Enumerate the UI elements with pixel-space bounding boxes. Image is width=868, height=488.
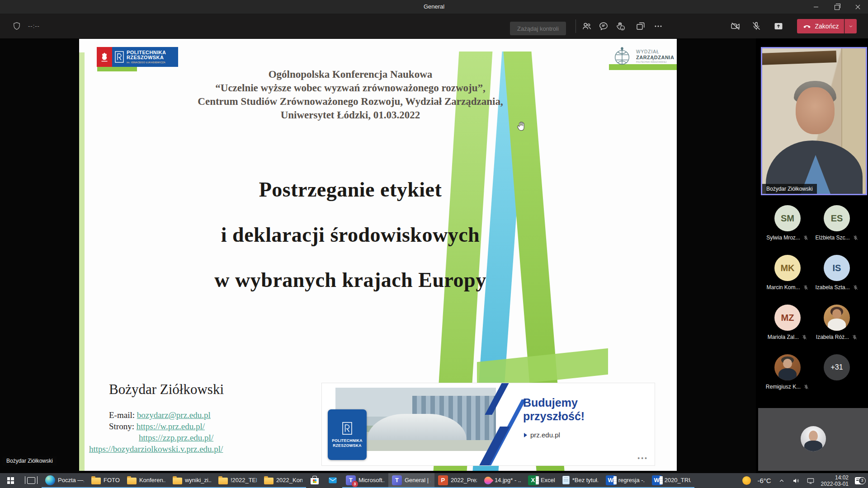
participant-tile[interactable]: MZ Mariola Zal...	[763, 305, 812, 340]
camera-off-icon	[730, 21, 741, 32]
taskbar-item-excel[interactable]: Excel	[524, 473, 559, 488]
conference-line-2: “Uczelnie wyższe wobec wyzwań zrównoważo…	[79, 81, 622, 95]
avatar: IS	[824, 255, 850, 281]
camera-toggle-button[interactable]	[726, 17, 745, 35]
participant-tile[interactable]: SM Sylwia Mroz...	[763, 205, 812, 241]
participant-name: Elżbieta Szc...	[815, 235, 849, 241]
end-call-label: Zakończ	[815, 23, 839, 30]
share-screen-button[interactable]	[769, 17, 788, 35]
notification-badge: 3	[352, 481, 358, 487]
word-icon	[606, 475, 616, 485]
logo-left-sub: im. IGNACEGO ŁUKASIEWICZA	[127, 61, 166, 64]
tray-expand-icon[interactable]	[778, 477, 786, 485]
teams-meeting-window: General --:-- Zażądaj kontroli Zakończ	[0, 0, 868, 488]
action-center-icon[interactable]: 3	[855, 477, 863, 484]
taskbar-item-store[interactable]	[306, 473, 323, 488]
task-view-button[interactable]	[21, 473, 42, 488]
meeting-toolbar: --:-- Zażądaj kontroli Zakończ	[0, 14, 868, 38]
mic-muted-icon	[803, 384, 809, 390]
task-view-icon	[27, 477, 35, 484]
taskbar-item-folder[interactable]: Konferen...	[123, 473, 169, 488]
title-bar: General	[0, 0, 868, 14]
prz-monogram-icon	[115, 50, 124, 64]
taskbar-item-word[interactable]: 2020_TRU...	[648, 473, 694, 488]
participant-tile[interactable]: MK Marcin Kom...	[763, 255, 812, 291]
participants-sidebar: Bożydar Ziółkowski SM Sylwia Mroz... ES …	[756, 38, 868, 473]
self-view-tile[interactable]	[758, 408, 868, 471]
banner-logo-line2: RZESZOWSKA	[332, 443, 362, 448]
weather-sun-icon[interactable]	[742, 476, 751, 485]
participant-tile[interactable]: ES Elżbieta Szc...	[812, 205, 862, 241]
end-call-options-button[interactable]	[844, 19, 857, 33]
breakout-rooms-button[interactable]	[632, 17, 650, 35]
active-speaker-video-tile[interactable]: Bożydar Ziółkowski	[761, 47, 867, 195]
restore-icon	[835, 5, 840, 10]
reactions-button[interactable]	[612, 17, 630, 35]
site-link-1[interactable]: https://w.prz.edu.pl/	[137, 422, 205, 431]
windows-taskbar: Poczta —... FOTO Konferen... wyniki_zi..…	[0, 473, 868, 488]
chevron-down-icon	[848, 23, 854, 30]
start-button[interactable]	[0, 473, 21, 488]
toolbar-divider	[576, 19, 576, 33]
banner-logo-box: POLITECHNIKA RZESZOWSKA	[328, 409, 367, 460]
sites-label: Strony:	[109, 422, 134, 431]
politechnika-rzeszowska-logo: POLITECHNIKA RZESZOWSKA im. IGNACEGO ŁUK…	[97, 47, 178, 67]
network-icon[interactable]	[807, 477, 815, 485]
teams-icon	[392, 475, 402, 485]
mic-muted-icon	[852, 334, 858, 340]
site-link-2[interactable]: https://zzp.prz.edu.pl/	[139, 433, 213, 442]
temperature[interactable]: -6°C	[757, 477, 771, 484]
email-link[interactable]: bozydarz@prz.edu.pl	[137, 410, 211, 420]
mic-toggle-button[interactable]	[747, 17, 765, 35]
background-beam	[761, 51, 836, 65]
taskbar-clock[interactable]: 14:02 2022-03-01	[821, 474, 849, 487]
taskbar-item-folder[interactable]: FOTO	[88, 473, 123, 488]
contact-block: E-mail: bozydarz@prz.edu.pl Strony: http…	[89, 409, 306, 455]
taskbar-item-teams-meeting[interactable]: General | ...	[388, 473, 434, 488]
slide-title-line-2: i deklaracji środowiskowych	[79, 212, 622, 258]
chat-button[interactable]	[594, 17, 613, 35]
folder-icon	[218, 478, 228, 484]
word-icon	[652, 475, 662, 485]
close-button[interactable]	[847, 0, 868, 14]
taskbar-item-notepad[interactable]: *Bez tytuł...	[559, 473, 602, 488]
participant-tile[interactable]: Remigiusz K...	[763, 354, 812, 390]
banner-url[interactable]: prz.edu.pl	[530, 431, 560, 439]
chat-icon	[598, 21, 609, 32]
taskbar-item-edge[interactable]: Poczta —...	[42, 473, 88, 488]
meeting-stage: POLITECHNIKA RZESZOWSKA im. IGNACEGO ŁUK…	[0, 38, 868, 473]
photo-avatar	[774, 354, 801, 380]
participant-tile[interactable]: IS Izabela Szta...	[812, 255, 862, 291]
end-call-button[interactable]: Zakończ	[797, 19, 844, 33]
restore-button[interactable]	[826, 0, 847, 14]
volume-icon[interactable]	[792, 477, 800, 485]
excel-icon	[528, 475, 538, 485]
mic-muted-icon	[803, 235, 809, 241]
minimize-button[interactable]	[806, 0, 826, 14]
rooms-icon	[635, 21, 646, 32]
conference-line-4: Uniwersytet Łódzki, 01.03.2022	[79, 108, 622, 122]
taskbar-item-word[interactable]: regresja -...	[602, 473, 648, 488]
taskbar-item-paint3d[interactable]: 14.jpg* - ...	[481, 473, 524, 488]
participants-button[interactable]	[578, 17, 596, 35]
logo-left-line2: RZESZOWSKA	[127, 55, 166, 61]
taskbar-item-folder[interactable]: 2022_Kon...	[260, 473, 306, 488]
people-icon	[581, 21, 592, 32]
taskbar-item-mail[interactable]	[323, 473, 342, 488]
overflow-participants-tile[interactable]: +31	[812, 354, 862, 380]
request-control-button[interactable]: Zażądaj kontroli	[510, 22, 566, 35]
banner-headline-line1: Budujemy	[523, 396, 585, 409]
participant-tile[interactable]: Izabela Róż...	[812, 305, 862, 340]
mic-muted-icon	[853, 285, 859, 291]
taskbar-item-folder[interactable]: wyniki_zi...	[169, 473, 215, 488]
taskbar-item-powerpoint[interactable]: 2022_Prez...	[434, 473, 481, 488]
avatar: MK	[774, 255, 801, 281]
conference-line-1: Ogólnopolska Konferencja Naukowa	[79, 68, 622, 81]
taskbar-item-folder[interactable]: !2022_TER...	[215, 473, 260, 488]
microsoft-store-icon	[311, 478, 319, 484]
share-screen-icon	[773, 21, 784, 32]
taskbar-item-teams[interactable]: 3 Microsoft...	[342, 473, 388, 488]
more-actions-button[interactable]	[649, 17, 667, 35]
wydzial-zarzadzania-logo: WYDZIAŁ ZARZĄDZANIA POLITECHNIKI RZESZOW…	[612, 46, 674, 67]
site-link-3[interactable]: https://bozydarziolkowski.v.prz.edu.pl/	[89, 444, 223, 454]
